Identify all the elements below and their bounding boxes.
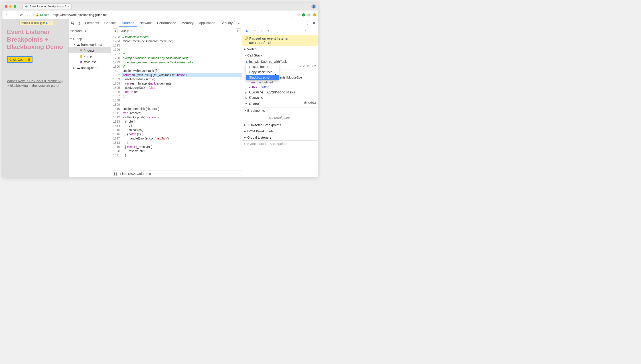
tree-file-appjs[interactable]: ▮ app.js — [68, 53, 111, 59]
pause-target: BUTTON.click — [244, 41, 316, 44]
code-editor[interactable]: 1793179417951796179717981799180018011802… — [111, 35, 242, 170]
devtools-tab-console[interactable]: Console — [102, 19, 119, 27]
editor-pane: ◀ vue.js × ▶ 179317941795179617971798179… — [111, 27, 242, 177]
profile-icon[interactable]: 👤 — [311, 4, 316, 9]
editor-statusbar: { } Line 1802, Column 51 — [111, 170, 242, 177]
scope-label: Closure — [249, 96, 263, 100]
tree-domain-1-label: framework-bla — [81, 43, 102, 46]
scope-global-value: Window — [304, 101, 316, 105]
step-into-button[interactable]: ↓ — [259, 28, 264, 33]
url-text: https://framework-blackboxing.glitch.me — [53, 13, 108, 17]
browser-window: 🐟 Event Listener Breakpoints + B × 👤 ← →… — [2, 2, 318, 177]
debugger-pane: ▶ ↷ ↓ ↑ ⤳ ⏸ ⓘ Paused on event listener — [242, 27, 318, 177]
secure-indicator: 🔒 Secure — [36, 13, 49, 16]
close-devtools-icon[interactable]: ✕ — [311, 20, 317, 26]
lock-icon: 🔒 — [36, 13, 39, 16]
extension-icon-3[interactable] — [313, 13, 316, 16]
sidebar-pane-label[interactable]: Network — [70, 29, 82, 33]
close-tab-icon[interactable]: × — [131, 29, 133, 33]
bookmark-star-icon[interactable]: ☆ — [297, 13, 300, 17]
browser-tab[interactable]: 🐟 Event Listener Breakpoints + B × — [22, 3, 72, 9]
devtools-menu-icon[interactable]: ⋮ — [305, 20, 310, 26]
prev-tab-button[interactable]: ◀ — [112, 28, 118, 33]
devtools-tab-elements[interactable]: Elements — [82, 19, 102, 27]
forward-button[interactable]: → — [12, 12, 17, 17]
tree-domain-1[interactable]: ▼☁ framework-bla — [68, 42, 111, 48]
device-mode-icon[interactable] — [76, 20, 82, 26]
editor-tabbar: ◀ vue.js × ▶ — [111, 27, 242, 35]
close-window-icon[interactable] — [5, 5, 7, 8]
sidebar-pane-more-icon[interactable]: » — [85, 29, 87, 32]
pause-reason: Paused on event listener — [249, 36, 289, 40]
section-label: XHR/fetch Breakpoints — [247, 123, 281, 127]
page-link[interactable]: What's New In DevTools (Chrome 66) > Bla… — [7, 78, 64, 88]
scope-global[interactable]: ▶Global Window — [242, 100, 318, 107]
tree-file-label: style.css — [84, 60, 96, 64]
window-controls — [5, 5, 16, 8]
stack-frame[interactable]: fn._withTask.fn._withTask — [242, 59, 318, 64]
tree-file-index[interactable]: ▤ (index) — [68, 48, 111, 53]
cloud-icon: ☁ — [76, 42, 80, 46]
ctx-blackbox-script[interactable]: Blackbox script — [246, 75, 279, 80]
devtools-tab-network[interactable]: Network — [137, 19, 154, 27]
devtools-tab-security[interactable]: Security — [218, 19, 235, 27]
dom-breakpoints-section[interactable]: ▶DOM Breakpoints — [242, 128, 318, 134]
click-count-button[interactable]: Click Count: 5 — [7, 56, 32, 63]
secure-label: Secure — [40, 13, 49, 16]
breakpoints-section: ▼Breakpoints No breakpoints — [242, 108, 318, 122]
css-file-icon: ▮ — [79, 60, 83, 64]
callstack-header[interactable]: ▼Call Stack — [242, 52, 318, 58]
tree-top[interactable]: ▼▢ top — [68, 36, 111, 42]
next-tab-button[interactable]: ▶ — [236, 28, 241, 33]
step-over-button[interactable]: ↷ — [252, 28, 256, 33]
pause-on-exceptions-button[interactable]: ⏸ — [311, 28, 316, 33]
extension-icon-1[interactable] — [302, 13, 305, 16]
maximize-window-icon[interactable] — [14, 5, 16, 8]
scope-var-res[interactable]: res: undefined — [242, 80, 318, 85]
omnibox[interactable]: 🔒 Secure | https://framework-blackboxing… — [33, 12, 294, 18]
section-label: Event Listener Breakpoints — [247, 142, 287, 146]
sources-sidebar: Network » ⋮ ▼▢ top ▼☁ framework-bla — [68, 27, 111, 177]
breakpoints-header[interactable]: ▼Breakpoints — [242, 108, 318, 114]
ctx-copy-stack-trace[interactable]: Copy stack trace — [246, 70, 279, 75]
editor-tab-label: vue.js — [121, 29, 129, 33]
event-listener-breakpoints-section[interactable]: ▶Event Listener Breakpoints — [242, 140, 318, 147]
sidebar-pane-menu-icon[interactable]: ⋮ — [106, 29, 109, 32]
devtools-tab-sources[interactable]: Sources — [119, 19, 137, 27]
step-out-button[interactable]: ↑ — [266, 28, 271, 33]
watch-section[interactable]: ▶Watch — [242, 46, 318, 52]
tree-file-stylecss[interactable]: ▮ style.css — [68, 59, 111, 65]
pretty-print-icon[interactable]: { } — [114, 172, 117, 176]
no-breakpoints-label: No breakpoints — [242, 114, 318, 122]
resume-button[interactable]: ▶ — [244, 28, 250, 33]
page-title: Event Listener Breakpoints + Blackboxing… — [7, 28, 64, 51]
extension-icon-2[interactable] — [307, 13, 310, 16]
context-menu: Restart frame Copy stack trace Blackbox … — [246, 64, 279, 80]
deactivate-breakpoints-button[interactable]: ⤳ — [304, 28, 309, 33]
minimize-window-icon[interactable] — [9, 5, 12, 8]
devtools-tab-memory[interactable]: Memory — [179, 19, 196, 27]
step-icon[interactable]: ↷ — [50, 21, 52, 24]
xhr-breakpoints-section[interactable]: ▶XHR/fetch Breakpoints — [242, 122, 318, 128]
scope-closure-2[interactable]: ▶Closure — [242, 95, 318, 100]
tab-close-icon[interactable]: × — [68, 5, 69, 8]
resume-icon[interactable]: ▶ — [46, 21, 48, 24]
scope-var-this[interactable]: ▶ this: button — [242, 85, 318, 90]
tree-file-label: (index) — [84, 48, 94, 52]
back-button[interactable]: ← — [5, 12, 10, 17]
editor-tab[interactable]: vue.js × — [118, 28, 135, 34]
devtools-tab-performance[interactable]: Performance — [154, 19, 179, 27]
ctx-restart-frame[interactable]: Restart frame — [246, 64, 279, 70]
home-button[interactable]: ⌂ — [26, 12, 31, 17]
file-tree: ▼▢ top ▼☁ framework-bla ▤ (index) ▮ — [68, 35, 111, 72]
tab-favicon: 🐟 — [25, 5, 28, 8]
global-listeners-section[interactable]: ▶Global Listeners — [242, 134, 318, 140]
devtools-tab-application[interactable]: Application — [196, 19, 218, 27]
devtools-tabs: ElementsConsoleSourcesNetworkPerformance… — [68, 19, 318, 27]
reload-button[interactable]: ⟳ — [19, 12, 24, 17]
inspect-element-icon[interactable] — [70, 20, 76, 26]
stack-frame-location[interactable]: vue.js:1802 — [300, 64, 316, 68]
tree-domain-2[interactable]: ▶☁ unpkg.com — [68, 65, 111, 70]
scope-closure-1[interactable]: ▶Closure (withMacroTask) — [242, 90, 318, 95]
more-tabs-icon[interactable]: » — [236, 20, 242, 26]
